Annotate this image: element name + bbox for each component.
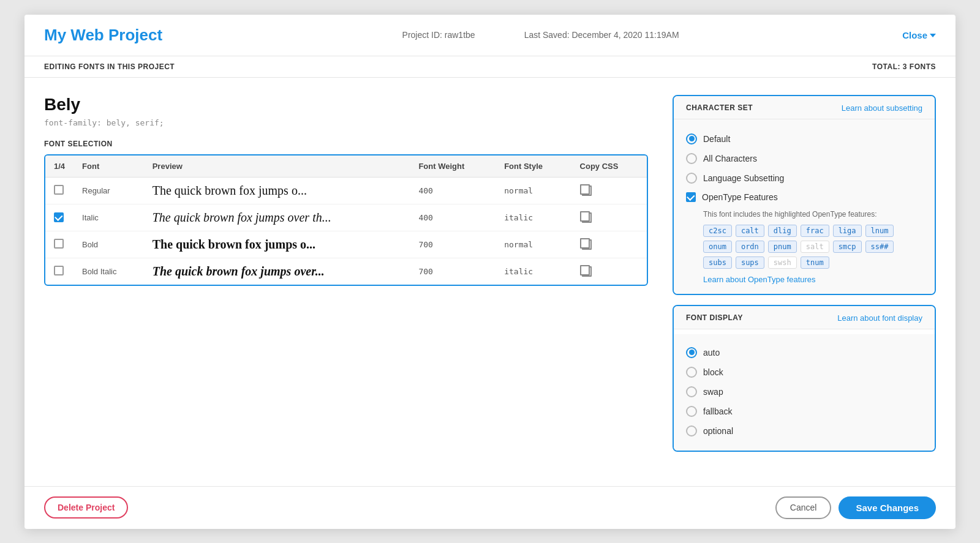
sub-header: EDITING FONTS IN THIS PROJECT TOTAL: 3 F… [24, 56, 956, 78]
feature-tag: sups [736, 257, 764, 269]
font-checkbox[interactable] [54, 266, 64, 275]
col-index: 1/4 [45, 155, 74, 178]
table-row: Italic The quick brown fox jumps over th… [45, 204, 647, 231]
table-row: Regular The quick brown fox jumps o... 4… [45, 177, 647, 204]
row-weight: 400 [410, 177, 496, 204]
save-changes-button[interactable]: Save Changes [839, 496, 936, 519]
row-checkbox-cell[interactable] [45, 231, 74, 258]
opentype-learn-link[interactable]: Learn about OpenType features [703, 275, 922, 284]
opentype-row[interactable]: OpenType Features [686, 188, 922, 206]
radio-language-subsetting-label: Language Subsetting [703, 173, 784, 183]
opentype-checkbox[interactable] [686, 192, 696, 202]
total-fonts-label: TOTAL: 3 FONTS [872, 62, 936, 71]
project-title: My Web Project [44, 26, 179, 45]
radio-language-subsetting[interactable]: Language Subsetting [686, 168, 922, 188]
radio-auto-label: auto [703, 348, 720, 358]
header-meta: Project ID: raw1tbe Last Saved: December… [179, 30, 902, 40]
radio-fallback-circle [686, 406, 697, 417]
font-selection-label: FONT SELECTION [44, 140, 648, 148]
character-set-header: CHARACTER SET Learn about subsetting [674, 96, 935, 119]
font-display-header: FONT DISPLAY Learn about font display [674, 306, 935, 329]
close-button[interactable]: Close [902, 30, 936, 40]
radio-language-subsetting-circle [686, 173, 697, 184]
radio-fallback[interactable]: fallback [686, 402, 922, 421]
character-set-options: Default All Characters Language Subsetti… [674, 119, 935, 294]
footer-actions: Cancel Save Changes [775, 496, 936, 519]
col-font: Font [74, 155, 144, 178]
table-row: Bold Italic The quick brown fox jumps ov… [45, 258, 647, 285]
feature-tag: lnum [865, 225, 894, 237]
font-checkbox[interactable] [54, 185, 64, 195]
feature-tag: ss## [865, 241, 894, 253]
feature-tags: c2sccaltdligfracligalnumonumordnpnumsalt… [703, 225, 922, 269]
radio-swap-label: swap [703, 387, 723, 397]
learn-subsetting-link[interactable]: Learn about subsetting [842, 103, 922, 113]
font-table-header-row: 1/4 Font Preview Font Weight Font Style … [45, 155, 647, 178]
feature-tag: smcp [833, 241, 862, 253]
col-style: Font Style [496, 155, 571, 178]
font-checkbox[interactable] [54, 212, 64, 222]
feature-tag: frac [801, 225, 829, 237]
learn-font-display-link[interactable]: Learn about font display [837, 313, 922, 323]
row-copy-css[interactable] [571, 258, 647, 285]
radio-optional-label: optional [703, 426, 733, 436]
feature-tag: c2sc [703, 225, 732, 237]
row-copy-css[interactable] [571, 231, 647, 258]
font-name: Bely [44, 95, 648, 114]
radio-optional[interactable]: optional [686, 421, 922, 441]
row-preview: The quick brown fox jumps o... [144, 231, 410, 258]
radio-all-characters-label: All Characters [703, 154, 757, 163]
opentype-label: OpenType Features [702, 192, 778, 202]
radio-optional-circle [686, 425, 697, 436]
radio-default[interactable]: Default [686, 129, 922, 149]
right-panel: CHARACTER SET Learn about subsetting Def… [673, 95, 936, 469]
row-copy-css[interactable] [571, 177, 647, 204]
font-display-title: FONT DISPLAY [686, 313, 743, 322]
feature-tag: onum [703, 241, 732, 253]
row-checkbox-cell[interactable] [45, 177, 74, 204]
font-table-wrapper: 1/4 Font Preview Font Weight Font Style … [44, 154, 648, 286]
character-set-card: CHARACTER SET Learn about subsetting Def… [673, 95, 936, 295]
feature-tag: tnum [801, 257, 829, 269]
copy-css-icon[interactable] [580, 265, 591, 276]
radio-block[interactable]: block [686, 362, 922, 382]
copy-css-icon[interactable] [580, 211, 591, 222]
feature-tag: calt [736, 225, 764, 237]
radio-auto-circle [686, 347, 697, 358]
radio-default-circle [686, 133, 697, 144]
row-checkbox-cell[interactable] [45, 204, 74, 231]
feature-tag: pnum [768, 241, 797, 253]
radio-swap[interactable]: swap [686, 382, 922, 402]
font-checkbox[interactable] [54, 239, 64, 249]
header: My Web Project Project ID: raw1tbe Last … [24, 15, 956, 56]
last-saved-value: December 4, 2020 11:19AM [571, 30, 679, 40]
font-display-options: auto block swap fallback [674, 334, 935, 451]
row-weight: 700 [410, 231, 496, 258]
cancel-button[interactable]: Cancel [775, 496, 832, 519]
row-checkbox-cell[interactable] [45, 258, 74, 285]
project-id-meta: Project ID: raw1tbe [402, 30, 475, 40]
table-row: Bold The quick brown fox jumps o... 700 … [45, 231, 647, 258]
row-preview: The quick brown fox jumps o... [144, 177, 410, 204]
editing-fonts-label: EDITING FONTS IN THIS PROJECT [44, 62, 175, 71]
radio-auto[interactable]: auto [686, 343, 922, 362]
col-copy: Copy CSS [571, 155, 647, 178]
col-weight: Font Weight [410, 155, 496, 178]
col-preview: Preview [144, 155, 410, 178]
row-font-name: Italic [74, 204, 144, 231]
copy-css-icon[interactable] [580, 184, 591, 195]
delete-project-button[interactable]: Delete Project [44, 496, 128, 519]
radio-all-characters[interactable]: All Characters [686, 149, 922, 168]
copy-css-icon[interactable] [580, 238, 591, 249]
opentype-description: This font includes the highlighted OpenT… [703, 210, 922, 219]
last-saved-label: Last Saved: [524, 30, 570, 40]
row-copy-css[interactable] [571, 204, 647, 231]
row-preview: The quick brown fox jumps over... [144, 258, 410, 285]
row-font-name: Bold [74, 231, 144, 258]
feature-tag: ordn [736, 241, 764, 253]
close-label: Close [902, 30, 927, 40]
row-style: normal [496, 231, 571, 258]
left-panel: Bely font-family: bely, serif; FONT SELE… [44, 95, 648, 469]
radio-block-circle [686, 367, 697, 378]
feature-tag: liga [833, 225, 862, 237]
